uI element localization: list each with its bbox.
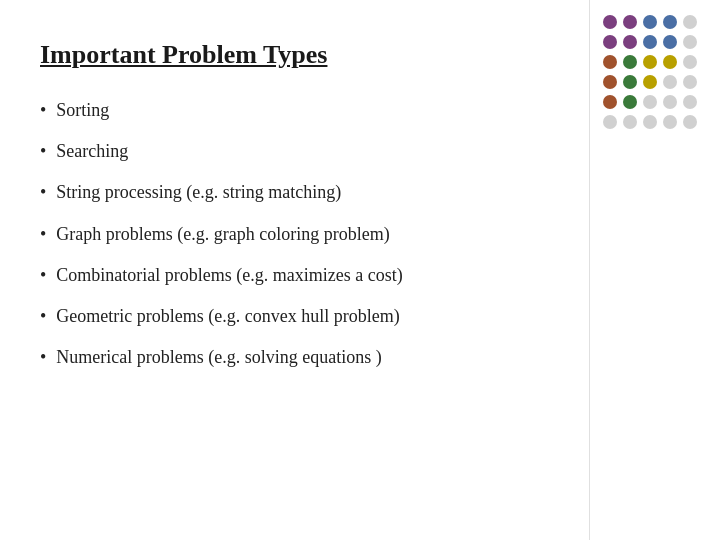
list-item: Geometric problems (e.g. convex hull pro… [40, 304, 630, 329]
decorative-dot-grid [600, 10, 710, 140]
page-title: Important Problem Types [40, 40, 630, 70]
list-item: Searching [40, 139, 630, 164]
list-item: Sorting [40, 98, 630, 123]
list-item: Numerical problems (e.g. solving equatio… [40, 345, 630, 370]
main-content: Important Problem Types SortingSearching… [0, 0, 680, 416]
bullet-list: SortingSearchingString processing (e.g. … [40, 98, 630, 370]
list-item: Combinatorial problems (e.g. maximizes a… [40, 263, 630, 288]
list-item: Graph problems (e.g. graph coloring prob… [40, 222, 630, 247]
vertical-divider [589, 0, 590, 540]
list-item: String processing (e.g. string matching) [40, 180, 630, 205]
